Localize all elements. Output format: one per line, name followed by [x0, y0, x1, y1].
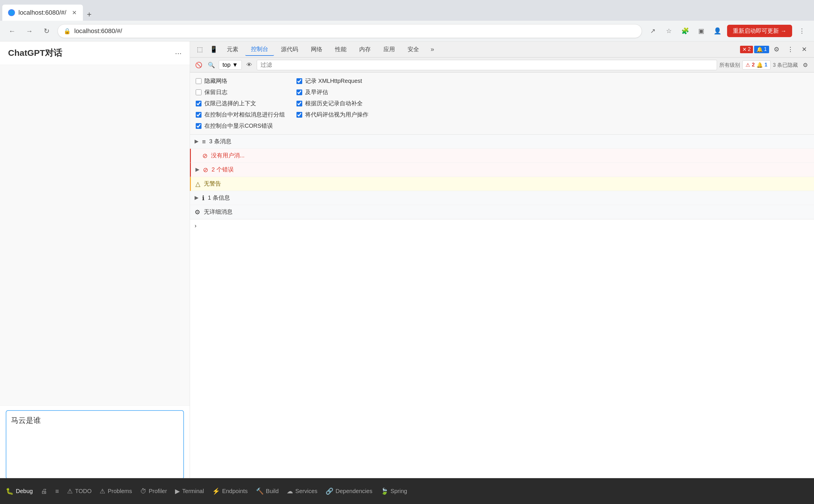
error-badge: ✕2 [740, 46, 753, 53]
log-xhr-checkbox[interactable] [296, 78, 302, 84]
app-menu-button[interactable]: ··· [175, 49, 182, 58]
tab-elements[interactable]: 元素 [221, 43, 244, 56]
problems-icon: ⚠ [100, 488, 105, 495]
address-text: localhost:6080/#/ [74, 27, 636, 35]
tab-network[interactable]: 网络 [305, 43, 328, 56]
filter-input[interactable] [257, 60, 717, 70]
console-filter-icon[interactable]: 🔍 [206, 60, 216, 70]
treat-as-user-checkbox[interactable] [296, 112, 302, 118]
msg-text-warning: 无警告 [204, 180, 809, 188]
msg-row-info[interactable]: ▶ ℹ 1 条信息 [190, 191, 814, 205]
msg-row-warning[interactable]: △ 无警告 [190, 177, 814, 191]
nav-bar: ← → ↻ 🔒 localhost:6080/#/ ↗ ☆ 🧩 ▣ 👤 重新启动… [0, 21, 814, 41]
autocomplete-checkbox[interactable] [296, 101, 302, 106]
selected-context-checkbox[interactable] [196, 101, 201, 106]
console-options: 隐藏网络 保留日志 仅限已选择的上下文 在控制台中对相似消息进行分组 在控制台中… [190, 72, 814, 135]
tab-performance[interactable]: 性能 [329, 43, 352, 56]
address-bar[interactable]: 🔒 localhost:6080/#/ [58, 24, 642, 38]
level-selector[interactable]: 所有级别 [719, 62, 740, 68]
app-title: ChatGPT对话 [8, 47, 62, 59]
bottom-todo[interactable]: ⚠ TODO [67, 488, 91, 495]
option-hide-network: 隐藏网络 [196, 77, 285, 85]
eye-icon[interactable]: 👁 [244, 60, 254, 70]
back-button[interactable]: ← [6, 25, 18, 37]
print-icon: 🖨 [41, 488, 47, 495]
dependencies-icon: 🔗 [325, 488, 333, 495]
bottom-endpoints[interactable]: ⚡ Endpoints [212, 488, 248, 495]
share-icon[interactable]: ↗ [647, 25, 659, 37]
endpoints-icon: ⚡ [212, 488, 220, 495]
issue-badge: ⚠ 2 🔔 1 [742, 60, 771, 70]
option-selected-context: 仅限已选择的上下文 [196, 100, 285, 107]
tab-sources[interactable]: 源代码 [275, 43, 304, 56]
bottom-services[interactable]: ☁ Services [287, 488, 317, 495]
hidden-count: 3 条已隐藏 [773, 62, 798, 68]
info-badge: 🔔1 [754, 46, 769, 53]
msg-text-verbose: 无详细消息 [204, 208, 809, 216]
tab-favicon: 🌐 [8, 9, 15, 16]
build-icon: 🔨 [256, 488, 264, 495]
warning-icon: △ [195, 180, 200, 188]
context-selector[interactable]: top ▼ [219, 60, 242, 70]
device-toolbar-icon[interactable]: 📱 [207, 43, 220, 56]
close-devtools-icon[interactable]: ✕ [798, 43, 811, 56]
early-eval-checkbox[interactable] [296, 89, 302, 95]
error-icon-2: ⊘ [203, 166, 208, 174]
bottom-debug[interactable]: 🐛 Debug [6, 488, 33, 495]
settings-icon[interactable]: ⚙ [770, 43, 783, 56]
msg-row-2errors[interactable]: ▶ ⊘ 2 个错误 [190, 163, 814, 177]
tab-security[interactable]: 安全 [402, 43, 425, 56]
tab-title: localhost:6080/#/ [18, 9, 66, 16]
options-col-left: 隐藏网络 保留日志 仅限已选择的上下文 在控制台中对相似消息进行分组 在控制台中… [196, 77, 285, 130]
bottom-terminal[interactable]: ▶ Terminal [175, 488, 204, 495]
expand-arrow: ▶ [194, 138, 199, 144]
tab-memory[interactable]: 内存 [353, 43, 376, 56]
clear-console-icon[interactable]: 🚫 [193, 60, 204, 70]
bottom-profiler[interactable]: ⏱ Profiler [140, 488, 167, 495]
profile-icon[interactable]: 👤 [711, 25, 724, 37]
inspect-element-icon[interactable]: ⬚ [193, 43, 206, 56]
console-toolbar: 🚫 🔍 top ▼ 👁 所有级别 ⚠ 2 🔔 1 3 条已隐藏 ⚙ [190, 58, 814, 72]
option-log-xhr: 记录 XMLHttpRequest [296, 77, 368, 85]
bottom-build[interactable]: 🔨 Build [256, 488, 279, 495]
console-prompt: › [190, 219, 814, 232]
more-tabs-icon[interactable]: » [426, 43, 439, 56]
browser-tab[interactable]: 🌐 localhost:6080/#/ ✕ [2, 5, 83, 21]
more-devtools-icon[interactable]: ⋮ [784, 43, 797, 56]
preserve-log-checkbox[interactable] [196, 89, 201, 95]
refresh-button[interactable]: ↻ [40, 25, 53, 37]
messages-icon: ≡ [202, 138, 206, 146]
bottom-problems[interactable]: ⚠ Problems [100, 488, 132, 495]
msg-row-no-user[interactable]: ⊘ 没有用户消... [190, 149, 814, 163]
bottom-list[interactable]: ≡ [55, 488, 59, 495]
bottom-print[interactable]: 🖨 [41, 488, 47, 495]
debug-icon: 🐛 [6, 488, 14, 495]
extensions-icon[interactable]: 🧩 [679, 25, 691, 37]
bottom-spring[interactable]: 🍃 Spring [380, 488, 407, 495]
option-early-eval: 及早评估 [296, 88, 368, 96]
option-preserve-log: 保留日志 [196, 88, 285, 96]
forward-button[interactable]: → [23, 25, 36, 37]
msg-row-verbose[interactable]: ⚙ 无详细消息 [190, 205, 814, 219]
msg-row-messages[interactable]: ▶ ≡ 3 条消息 [190, 135, 814, 149]
bottom-dependencies[interactable]: 🔗 Dependencies [325, 488, 372, 495]
main-content: ChatGPT对话 ··· 马云是谁 按下Enter发送内容 发送 还可以输入1… [0, 41, 814, 504]
more-options-icon[interactable]: ⋮ [796, 25, 808, 37]
sidebar-toggle-icon[interactable]: ▣ [695, 25, 708, 37]
chat-input[interactable]: 马云是谁 [6, 410, 184, 479]
show-cors-checkbox[interactable] [196, 123, 201, 129]
tab-close-btn[interactable]: ✕ [72, 9, 77, 16]
new-tab-button[interactable]: + [83, 8, 96, 21]
restart-button[interactable]: 重新启动即可更新 → [727, 25, 792, 37]
chat-area [0, 65, 190, 405]
group-similar-checkbox[interactable] [196, 112, 201, 118]
bookmark-icon[interactable]: ☆ [663, 25, 675, 37]
error-icon-1: ⊘ [202, 152, 207, 160]
tab-console[interactable]: 控制台 [245, 43, 274, 56]
msg-text-no-user: 没有用户消... [211, 152, 809, 159]
nav-icons: ↗ ☆ 🧩 ▣ 👤 重新启动即可更新 → ⋮ [647, 25, 808, 37]
hide-network-checkbox[interactable] [196, 78, 201, 84]
console-settings-icon[interactable]: ⚙ [800, 60, 811, 70]
msg-text-2errors: 2 个错误 [211, 166, 809, 173]
tab-application[interactable]: 应用 [377, 43, 401, 56]
